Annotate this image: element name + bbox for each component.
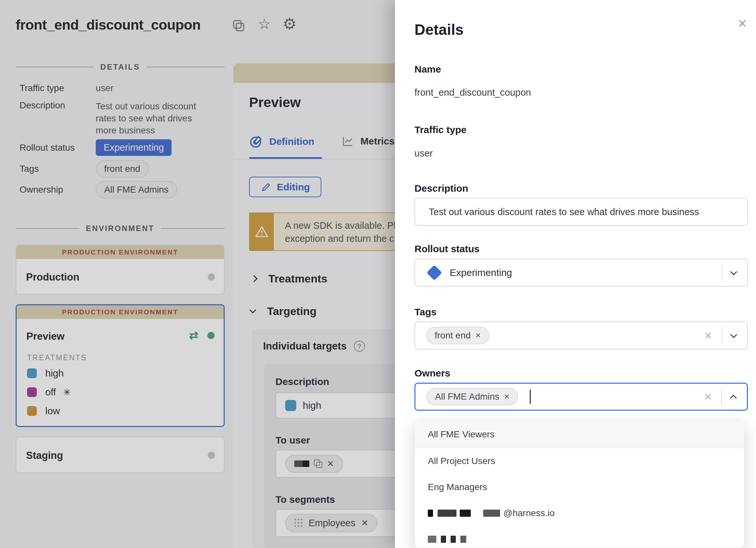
rollout-status-value: Experimenting xyxy=(450,267,512,278)
owner-chip-label: All FME Admins xyxy=(435,391,499,402)
chevron-down-icon[interactable] xyxy=(730,268,737,275)
redacted-text xyxy=(428,510,433,517)
modal-overlay[interactable] xyxy=(0,0,395,548)
redacted-email-suffix: @harness.io xyxy=(503,508,555,518)
redacted-text xyxy=(460,536,466,543)
name-label: Name xyxy=(414,64,441,75)
drawer-title: Details xyxy=(414,21,464,38)
text-cursor xyxy=(530,389,531,404)
remove-owner-icon[interactable]: ✕ xyxy=(504,393,510,400)
redacted-text xyxy=(438,510,456,517)
dropdown-item-all-project-users[interactable]: All Project Users xyxy=(415,448,744,474)
details-drawer: Details ✕ Name front_end_discount_coupon… xyxy=(395,0,756,548)
owners-label: Owners xyxy=(414,368,450,379)
dropdown-item-all-fme-viewers[interactable]: All FME Viewers xyxy=(415,421,744,448)
dropdown-item-eng-managers[interactable]: Eng Managers xyxy=(415,474,744,500)
name-value: front_end_discount_coupon xyxy=(414,87,531,98)
chevron-down-icon[interactable] xyxy=(730,331,737,338)
redacted-text xyxy=(428,536,436,543)
traffic-type-value: user xyxy=(414,148,433,159)
redacted-text xyxy=(483,510,500,517)
tags-label: Tags xyxy=(414,306,437,317)
redacted-text xyxy=(441,536,446,543)
dropdown-item-redacted-user[interactable]: @harness.io xyxy=(415,500,744,526)
clear-owners-icon[interactable]: ✕ xyxy=(704,391,712,402)
traffic-type-label: Traffic type xyxy=(414,124,467,135)
tag-chip-label: front end xyxy=(435,330,471,341)
owners-dropdown: All FME Viewers All Project Users Eng Ma… xyxy=(414,420,744,548)
tag-chip[interactable]: front end ✕ xyxy=(426,327,489,344)
clear-tags-icon[interactable]: ✕ xyxy=(704,330,712,341)
redacted-text xyxy=(460,510,471,517)
divider xyxy=(721,328,722,343)
rollout-status-label: Rollout status xyxy=(414,244,480,255)
dropdown-item-redacted-user[interactable] xyxy=(415,526,744,548)
chevron-up-icon[interactable] xyxy=(730,394,737,401)
tags-input[interactable]: front end ✕ ✕ xyxy=(414,321,748,349)
description-input-value: Test out various discount rates to see w… xyxy=(429,207,699,218)
close-icon[interactable]: ✕ xyxy=(737,17,747,31)
owners-input[interactable]: All FME Admins ✕ ✕ xyxy=(414,383,748,411)
description-input[interactable]: Test out various discount rates to see w… xyxy=(414,198,748,226)
divider xyxy=(721,389,722,404)
remove-tag-icon[interactable]: ✕ xyxy=(475,331,481,339)
rollout-diamond-icon xyxy=(427,265,442,280)
rollout-status-select[interactable]: Experimenting xyxy=(414,259,748,287)
owner-chip[interactable]: All FME Admins ✕ xyxy=(427,388,518,405)
description-label: Description xyxy=(414,183,468,194)
redacted-text xyxy=(451,536,456,543)
divider xyxy=(721,265,722,280)
